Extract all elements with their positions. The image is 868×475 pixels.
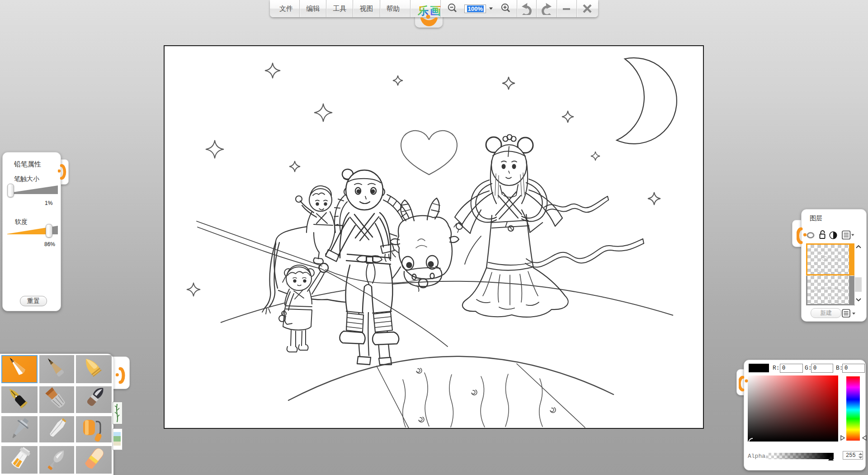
svg-text:画: 画 (430, 5, 441, 17)
svg-text:乐: 乐 (418, 5, 429, 17)
